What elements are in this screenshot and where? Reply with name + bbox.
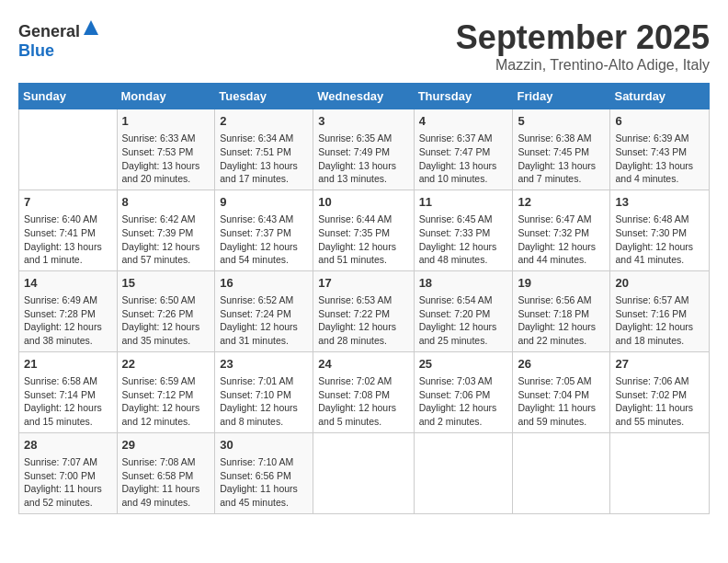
calendar-cell: 22Sunrise: 6:59 AMSunset: 7:12 PMDayligh… xyxy=(117,351,215,432)
day-number: 23 xyxy=(220,356,308,373)
column-header-wednesday: Wednesday xyxy=(313,84,414,109)
day-info: Sunset: 6:58 PM xyxy=(122,469,210,483)
page-header: General Blue September 2025 Mazzin, Tren… xyxy=(18,18,710,74)
day-info: Daylight: 12 hours and 25 minutes. xyxy=(419,320,508,347)
day-info: Sunset: 7:10 PM xyxy=(220,388,308,402)
calendar-cell: 24Sunrise: 7:02 AMSunset: 7:08 PMDayligh… xyxy=(313,351,414,432)
day-info: Sunset: 7:26 PM xyxy=(122,307,210,321)
day-info: Sunset: 7:28 PM xyxy=(24,307,112,321)
day-number: 17 xyxy=(318,275,408,292)
calendar-cell: 13Sunrise: 6:48 AMSunset: 7:30 PMDayligh… xyxy=(610,190,710,270)
day-info: Sunset: 7:14 PM xyxy=(24,388,112,402)
day-info: Daylight: 12 hours and 57 minutes. xyxy=(122,240,210,267)
day-info: Daylight: 12 hours and 38 minutes. xyxy=(24,320,112,347)
column-header-saturday: Saturday xyxy=(610,84,710,109)
calendar-cell xyxy=(414,432,513,513)
day-number: 16 xyxy=(220,275,308,292)
calendar-cell: 11Sunrise: 6:45 AMSunset: 7:33 PMDayligh… xyxy=(414,190,513,270)
day-number: 26 xyxy=(518,356,605,373)
day-info: Sunset: 7:33 PM xyxy=(419,226,508,240)
day-info: Sunrise: 6:33 AM xyxy=(122,132,210,145)
day-info: Sunrise: 7:10 AM xyxy=(220,455,308,469)
logo: General Blue xyxy=(18,18,100,61)
location-title: Mazzin, Trentino-Alto Adige, Italy xyxy=(456,57,710,74)
calendar-cell: 7Sunrise: 6:40 AMSunset: 7:41 PMDaylight… xyxy=(19,190,118,270)
day-number: 1 xyxy=(122,113,210,130)
day-number: 14 xyxy=(24,275,112,292)
day-info: Daylight: 12 hours and 54 minutes. xyxy=(220,240,308,267)
month-title: September 2025 xyxy=(456,18,710,57)
day-info: Sunset: 7:20 PM xyxy=(419,307,508,321)
day-number: 15 xyxy=(122,275,210,292)
day-info: Daylight: 12 hours and 18 minutes. xyxy=(615,320,704,347)
day-info: Daylight: 12 hours and 44 minutes. xyxy=(518,240,605,267)
day-info: Sunrise: 6:40 AM xyxy=(24,213,112,226)
logo-general: General xyxy=(18,22,80,40)
logo-blue: Blue xyxy=(18,41,54,60)
day-info: Daylight: 12 hours and 15 minutes. xyxy=(24,401,112,428)
calendar-cell: 5Sunrise: 6:38 AMSunset: 7:45 PMDaylight… xyxy=(513,109,610,190)
day-info: Daylight: 12 hours and 31 minutes. xyxy=(220,320,308,347)
day-info: Daylight: 13 hours and 4 minutes. xyxy=(615,159,704,186)
calendar-cell: 6Sunrise: 6:39 AMSunset: 7:43 PMDaylight… xyxy=(610,109,710,190)
day-number: 4 xyxy=(419,113,508,130)
calendar-cell xyxy=(513,432,610,513)
day-info: Daylight: 12 hours and 48 minutes. xyxy=(419,240,508,267)
day-info: Sunrise: 6:43 AM xyxy=(220,213,308,226)
day-info: Sunrise: 6:52 AM xyxy=(220,293,308,307)
day-info: Sunrise: 6:48 AM xyxy=(615,213,704,226)
day-number: 27 xyxy=(615,356,704,373)
day-number: 19 xyxy=(518,275,605,292)
day-info: Sunset: 7:22 PM xyxy=(318,307,408,321)
day-info: Sunrise: 6:39 AM xyxy=(615,132,704,145)
calendar-cell: 29Sunrise: 7:08 AMSunset: 6:58 PMDayligh… xyxy=(117,432,215,513)
day-number: 29 xyxy=(122,437,210,454)
day-info: Sunset: 7:08 PM xyxy=(318,388,408,402)
day-number: 25 xyxy=(419,356,508,373)
day-info: Sunset: 7:39 PM xyxy=(122,226,210,240)
day-info: Sunrise: 6:49 AM xyxy=(24,293,112,307)
day-number: 11 xyxy=(419,194,508,211)
day-info: Daylight: 13 hours and 17 minutes. xyxy=(220,159,308,186)
calendar-cell xyxy=(313,432,414,513)
day-info: Sunset: 7:12 PM xyxy=(122,388,210,402)
day-info: Daylight: 12 hours and 35 minutes. xyxy=(122,320,210,347)
day-number: 5 xyxy=(518,113,605,130)
calendar-cell: 12Sunrise: 6:47 AMSunset: 7:32 PMDayligh… xyxy=(513,190,610,270)
day-info: Sunset: 7:00 PM xyxy=(24,469,112,483)
day-info: Daylight: 11 hours and 59 minutes. xyxy=(518,401,605,428)
day-info: Daylight: 12 hours and 8 minutes. xyxy=(220,401,308,428)
calendar-week-2: 7Sunrise: 6:40 AMSunset: 7:41 PMDaylight… xyxy=(19,190,710,270)
calendar-table: SundayMondayTuesdayWednesdayThursdayFrid… xyxy=(18,83,710,514)
day-info: Sunset: 7:45 PM xyxy=(518,145,605,159)
day-info: Sunrise: 6:35 AM xyxy=(318,132,408,145)
title-block: September 2025 Mazzin, Trentino-Alto Adi… xyxy=(456,18,710,74)
day-info: Sunset: 7:32 PM xyxy=(518,226,605,240)
calendar-cell: 20Sunrise: 6:57 AMSunset: 7:16 PMDayligh… xyxy=(610,270,710,351)
day-info: Daylight: 13 hours and 7 minutes. xyxy=(518,159,605,186)
day-info: Sunrise: 7:02 AM xyxy=(318,374,408,388)
day-number: 3 xyxy=(318,113,408,130)
day-info: Sunset: 6:56 PM xyxy=(220,469,308,483)
day-number: 24 xyxy=(318,356,408,373)
day-number: 28 xyxy=(24,437,112,454)
day-info: Sunrise: 6:54 AM xyxy=(419,293,508,307)
day-info: Sunrise: 7:03 AM xyxy=(419,374,508,388)
calendar-cell: 17Sunrise: 6:53 AMSunset: 7:22 PMDayligh… xyxy=(313,270,414,351)
day-info: Daylight: 11 hours and 55 minutes. xyxy=(615,401,704,428)
calendar-cell: 18Sunrise: 6:54 AMSunset: 7:20 PMDayligh… xyxy=(414,270,513,351)
day-info: Daylight: 12 hours and 12 minutes. xyxy=(122,401,210,428)
calendar-cell: 15Sunrise: 6:50 AMSunset: 7:26 PMDayligh… xyxy=(117,270,215,351)
day-info: Sunrise: 6:44 AM xyxy=(318,213,408,226)
day-info: Daylight: 12 hours and 41 minutes. xyxy=(615,240,704,267)
day-info: Sunrise: 6:58 AM xyxy=(24,374,112,388)
day-info: Sunset: 7:47 PM xyxy=(419,145,508,159)
day-info: Sunset: 7:51 PM xyxy=(220,145,308,159)
day-info: Sunrise: 6:38 AM xyxy=(518,132,605,145)
calendar-cell xyxy=(610,432,710,513)
day-number: 6 xyxy=(615,113,704,130)
calendar-cell: 9Sunrise: 6:43 AMSunset: 7:37 PMDaylight… xyxy=(215,190,313,270)
calendar-cell: 14Sunrise: 6:49 AMSunset: 7:28 PMDayligh… xyxy=(19,270,118,351)
logo-text: General Blue xyxy=(18,18,100,61)
day-info: Sunrise: 7:07 AM xyxy=(24,455,112,469)
